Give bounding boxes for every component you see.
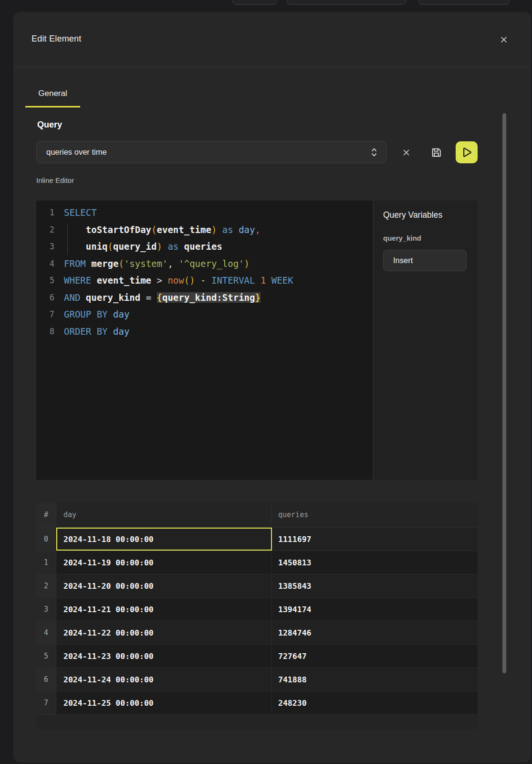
queries-cell[interactable]: 1385843 — [272, 574, 478, 597]
code-line: 8ORDER BY day — [36, 323, 373, 340]
day-cell[interactable]: 2024-11-23 00:00:00 — [56, 645, 272, 668]
variable-name-label: query_kind — [383, 234, 421, 242]
table-row: 02024-11-18 00:00:001111697 — [36, 528, 478, 551]
table-row: 52024-11-23 00:00:00727647 — [36, 645, 478, 668]
table-row: 12024-11-19 00:00:001450813 — [36, 551, 478, 574]
queries-cell[interactable]: 741888 — [272, 668, 478, 691]
line-number: 7 — [36, 306, 54, 323]
code-line: 2 toStartOfDay(event_time) as day, — [36, 222, 373, 239]
sql-editor[interactable]: 1SELECT2 toStartOfDay(event_time) as day… — [36, 201, 373, 480]
modal-scrollbar-thumb[interactable] — [502, 113, 506, 673]
queries-cell[interactable]: 727647 — [272, 645, 478, 668]
run-query-button[interactable] — [456, 141, 478, 163]
table-row: 22024-11-20 00:00:001385843 — [36, 574, 478, 598]
row-index-cell: 6 — [36, 668, 56, 691]
day-cell[interactable]: 2024-11-20 00:00:00 — [56, 574, 272, 597]
code-line: 7GROUP BY day — [36, 306, 373, 323]
line-number: 6 — [36, 289, 54, 307]
code-line: 5WHERE event_time > now() - INTERVAL 1 W… — [36, 272, 373, 289]
day-cell[interactable]: 2024-11-21 00:00:00 — [56, 598, 272, 621]
modal-title: Edit Element — [31, 34, 81, 44]
code-line: 6AND query_kind = {query_kind:String} — [36, 289, 373, 307]
code-lines: 1SELECT2 toStartOfDay(event_time) as day… — [36, 204, 373, 340]
header-index-column: # — [36, 502, 56, 527]
row-index-cell: 4 — [36, 621, 56, 644]
row-index-cell: 1 — [36, 551, 56, 574]
tab-general[interactable]: General — [25, 85, 80, 107]
edit-element-modal: Edit Element General Query queries over … — [13, 12, 531, 763]
close-button[interactable] — [497, 33, 511, 46]
day-cell[interactable]: 2024-11-24 00:00:00 — [56, 668, 272, 691]
background-tab-2 — [287, 0, 407, 5]
chevron-updown-icon — [371, 147, 377, 158]
row-index-cell: 0 — [36, 528, 56, 551]
query-variables-heading: Query Variables — [383, 210, 442, 220]
day-cell[interactable]: 2024-11-18 00:00:00 — [56, 528, 272, 551]
queries-cell[interactable]: 1111697 — [272, 528, 478, 551]
day-cell[interactable]: 2024-11-25 00:00:00 — [56, 691, 272, 714]
row-index-cell: 2 — [36, 574, 56, 597]
clear-icon — [403, 149, 410, 156]
background-tab-3 — [418, 0, 510, 5]
row-index-cell: 5 — [36, 645, 56, 668]
results-table: # day queries 02024-11-18 00:00:00111169… — [36, 502, 478, 730]
row-index-cell: 7 — [36, 691, 56, 714]
header-divider — [13, 67, 531, 67]
line-number: 5 — [36, 272, 54, 289]
row-index-cell: 3 — [36, 598, 56, 621]
table-header-row: # day queries — [36, 502, 478, 528]
code-line: 1SELECT — [36, 204, 373, 222]
query-variables-panel: Query Variables query_kind Insert — [374, 201, 478, 480]
inline-editor-label: Inline Editor — [36, 176, 74, 184]
insert-variable-button[interactable]: Insert — [383, 250, 467, 271]
line-number: 3 — [36, 238, 54, 255]
table-row: 32024-11-21 00:00:001394174 — [36, 598, 478, 621]
query-select[interactable]: queries over time — [36, 141, 386, 163]
results-tbody: 02024-11-18 00:00:00111169712024-11-19 0… — [36, 528, 478, 715]
line-number: 1 — [36, 204, 54, 222]
queries-cell[interactable]: 1394174 — [272, 598, 478, 621]
line-number: 4 — [36, 255, 54, 273]
table-row: 42024-11-22 00:00:001284746 — [36, 621, 478, 645]
table-row: 72024-11-25 00:00:00248230 — [36, 691, 478, 715]
queries-cell[interactable]: 248230 — [272, 691, 478, 714]
header-day-column: day — [56, 502, 272, 527]
day-cell[interactable]: 2024-11-19 00:00:00 — [56, 551, 272, 574]
code-line: 3 uniq(query_id) as queries — [36, 238, 373, 255]
clear-query-button[interactable] — [399, 146, 413, 159]
code-line: 4FROM merge('system', '^query_log') — [36, 255, 373, 273]
queries-cell[interactable]: 1284746 — [272, 621, 478, 644]
line-number: 8 — [36, 323, 54, 340]
save-query-button[interactable] — [429, 145, 443, 159]
save-icon — [430, 147, 442, 159]
table-row: 62024-11-24 00:00:00741888 — [36, 668, 478, 691]
query-select-value: queries over time — [46, 148, 371, 157]
close-icon — [501, 36, 507, 43]
line-number: 2 — [36, 222, 54, 239]
background-tab-1 — [232, 0, 277, 5]
query-section-heading: Query — [37, 120, 62, 130]
play-icon — [456, 141, 478, 163]
header-queries-column: queries — [272, 502, 478, 527]
day-cell[interactable]: 2024-11-22 00:00:00 — [56, 621, 272, 644]
queries-cell[interactable]: 1450813 — [272, 551, 478, 574]
